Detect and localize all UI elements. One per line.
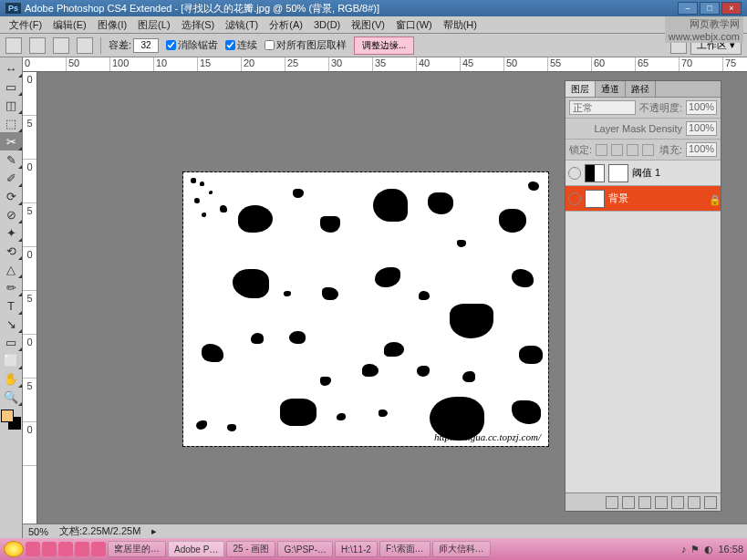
- tool-button[interactable]: ✎: [0, 150, 22, 169]
- menu-item[interactable]: 3D(D): [308, 19, 346, 30]
- window-title: Adobe Photoshop CS4 Extended - [寻找以久的花瓣.…: [25, 2, 379, 16]
- tray-icon[interactable]: ◐: [704, 544, 713, 555]
- status-arrow-icon[interactable]: ▸: [151, 525, 157, 537]
- delete-layer-icon[interactable]: [704, 496, 717, 509]
- tool-button[interactable]: T: [0, 296, 22, 315]
- menu-item[interactable]: 窗口(W): [390, 18, 438, 32]
- tool-button[interactable]: ⟲: [0, 242, 22, 260]
- sample-mode-icon[interactable]: [29, 37, 46, 54]
- tolerance-input[interactable]: [133, 38, 159, 53]
- density-input[interactable]: 100%: [686, 121, 717, 136]
- document-size: 文档:2.25M/2.25M: [59, 524, 140, 538]
- layer-mask-icon[interactable]: [638, 496, 651, 509]
- menu-item[interactable]: 选择(S): [176, 18, 221, 32]
- sample-mode-icon-3[interactable]: [77, 37, 93, 54]
- fill-input[interactable]: 100%: [686, 142, 717, 157]
- layers-panel-footer: [565, 493, 721, 511]
- windows-taskbar: 窝居里的…Adobe P…25 - 画图G:\PSP-…H:\11-2F:\索面…: [0, 538, 747, 560]
- link-layers-icon[interactable]: [606, 496, 618, 509]
- close-button[interactable]: ×: [721, 2, 742, 15]
- menu-item[interactable]: 图层(L): [132, 18, 175, 32]
- tool-button[interactable]: ✐: [0, 169, 22, 187]
- menu-item[interactable]: 文件(F): [4, 18, 47, 32]
- tool-button[interactable]: ⬜: [0, 351, 22, 369]
- clock[interactable]: 16:58: [718, 544, 743, 555]
- menu-item[interactable]: 视图(V): [346, 18, 390, 32]
- tool-button[interactable]: ✏: [0, 278, 22, 296]
- tool-button[interactable]: ▭: [0, 333, 22, 351]
- quick-launch-icon[interactable]: [91, 542, 106, 556]
- tool-button[interactable]: ▭: [0, 78, 22, 96]
- lock-pixels-icon[interactable]: [611, 144, 623, 156]
- taskbar-button[interactable]: 25 - 画图: [226, 541, 275, 557]
- menu-item[interactable]: 编辑(E): [47, 18, 92, 32]
- panel-tabs: 图层通道路径: [565, 81, 721, 98]
- taskbar-button[interactable]: H:\11-2: [335, 541, 378, 557]
- layers-panel: 图层通道路径 正常 不透明度: 100% Layer Mask Density …: [565, 80, 721, 512]
- minimize-button[interactable]: –: [678, 2, 698, 15]
- panel-tab[interactable]: 通道: [596, 81, 626, 97]
- layer-name: 背景: [608, 192, 628, 205]
- quick-launch-icon[interactable]: [75, 542, 89, 556]
- tool-button[interactable]: ✂: [0, 132, 22, 150]
- quick-launch-icon[interactable]: [42, 542, 57, 556]
- adjustment-layer-icon[interactable]: [655, 496, 668, 509]
- tool-button[interactable]: ✋: [0, 369, 22, 388]
- sample-mode-icon-2[interactable]: [53, 37, 69, 54]
- color-swatch[interactable]: [1, 410, 21, 430]
- density-label: Layer Mask Density: [569, 123, 682, 134]
- document-canvas[interactable]: http://shigua.cc.topzj.com/: [183, 172, 548, 446]
- panel-tab[interactable]: 图层: [565, 81, 596, 97]
- refine-edge-button[interactable]: 调整边缘...: [354, 36, 414, 55]
- all-layers-checkbox[interactable]: 对所有图层取样: [265, 38, 347, 52]
- lock-all-icon[interactable]: [642, 144, 654, 156]
- menu-item[interactable]: 分析(A): [264, 18, 308, 32]
- layer-item[interactable]: 阈值 1: [565, 161, 721, 186]
- layer-thumbnail: [585, 164, 605, 182]
- taskbar-button[interactable]: 窝居里的…: [108, 541, 166, 557]
- visibility-icon[interactable]: [568, 167, 581, 180]
- lock-position-icon[interactable]: [627, 144, 638, 156]
- visibility-icon[interactable]: [568, 192, 581, 205]
- taskbar-button[interactable]: G:\PSP-…: [277, 541, 333, 557]
- horizontal-ruler: 0501001015202530354045505560657075: [23, 57, 747, 72]
- opacity-label: 不透明度:: [639, 101, 682, 115]
- tolerance-field: 容差:: [109, 38, 159, 53]
- vertical-ruler: 050505050: [23, 72, 37, 524]
- menu-item[interactable]: 滤镜(T): [220, 18, 264, 32]
- quick-launch-icon[interactable]: [26, 542, 40, 556]
- menu-item[interactable]: 图像(I): [92, 18, 132, 32]
- taskbar-button[interactable]: F:\索面…: [379, 541, 431, 557]
- tool-button[interactable]: △: [0, 260, 22, 278]
- tray-icon[interactable]: ⚑: [690, 544, 700, 555]
- menu-item[interactable]: 帮助(H): [438, 18, 482, 32]
- quick-launch-icon[interactable]: [58, 542, 73, 556]
- antialias-checkbox[interactable]: 消除锯齿: [166, 38, 218, 52]
- panel-tab[interactable]: 路径: [626, 81, 656, 97]
- tool-button[interactable]: 🔍: [0, 388, 22, 406]
- tool-preset-icon[interactable]: [5, 37, 22, 54]
- contiguous-checkbox[interactable]: 连续: [225, 38, 257, 52]
- mask-thumbnail: [608, 164, 628, 182]
- taskbar-button[interactable]: Adobe P…: [168, 541, 224, 557]
- new-layer-icon[interactable]: [688, 496, 700, 509]
- tool-button[interactable]: ✦: [0, 223, 22, 242]
- taskbar-button[interactable]: 师大信科…: [432, 541, 491, 557]
- tray-icon[interactable]: ♪: [681, 544, 687, 555]
- blend-mode-select[interactable]: 正常: [569, 100, 636, 115]
- tool-button[interactable]: ◫: [0, 96, 22, 114]
- lock-transparency-icon[interactable]: [596, 144, 607, 156]
- tool-button[interactable]: ⬚: [0, 114, 22, 132]
- tool-button[interactable]: ⟳: [0, 187, 22, 205]
- start-button[interactable]: [4, 541, 24, 557]
- tool-button[interactable]: ⊘: [0, 205, 22, 223]
- layer-style-icon[interactable]: [622, 496, 635, 509]
- tool-button[interactable]: ↘: [0, 315, 22, 333]
- layer-group-icon[interactable]: [671, 496, 684, 509]
- opacity-input[interactable]: 100%: [686, 100, 717, 115]
- title-bar: Ps Adobe Photoshop CS4 Extended - [寻找以久的…: [0, 0, 747, 16]
- maximize-button[interactable]: □: [700, 2, 720, 15]
- zoom-level[interactable]: 50%: [28, 526, 48, 537]
- tool-button[interactable]: ↔: [0, 59, 22, 78]
- layer-item[interactable]: 背景🔒: [565, 186, 721, 212]
